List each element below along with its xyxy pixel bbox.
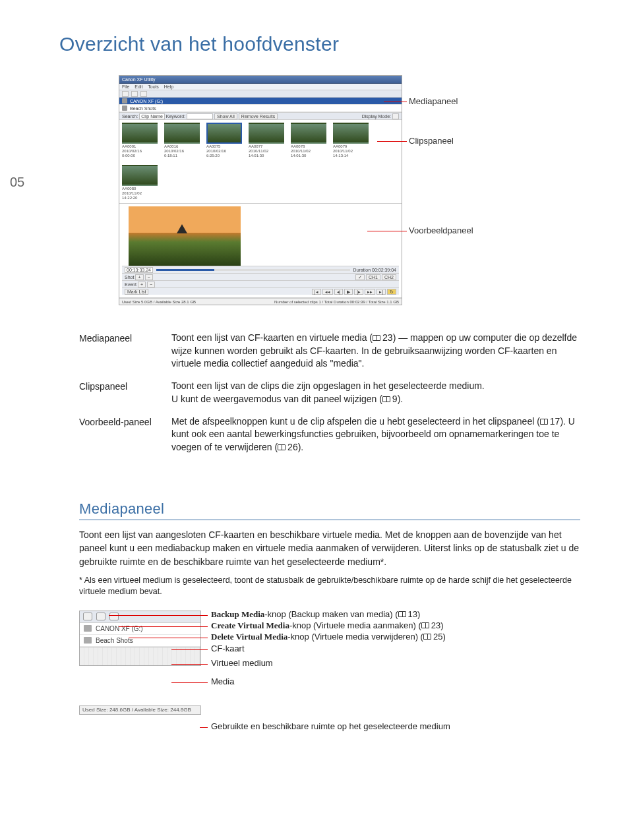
loop-button[interactable]: ↻	[387, 289, 396, 295]
clip-thumb[interactable]: AA00162010/02/160:18:11	[164, 123, 200, 158]
term-clipspaneel: Clipspaneel	[79, 380, 171, 405]
scrub-bar[interactable]	[156, 269, 350, 271]
definitions-table: Mediapaneel Toont een lijst van CF-kaart…	[79, 332, 580, 454]
media-row-vm[interactable]: Beach Shots	[80, 635, 200, 647]
callout-delete-button: Delete Virtual Media-knop (Virtuele medi…	[211, 632, 446, 642]
media-row-cf[interactable]: CANON XF (G:)	[80, 623, 200, 635]
timecode-bar: 00:13:33.24 Duration 00:02:39:04	[122, 266, 399, 273]
media-item-cf[interactable]: CANON XF (G:)	[119, 98, 402, 105]
display-mode-button[interactable]	[392, 113, 399, 119]
book-icon	[398, 611, 406, 617]
status-left: Used Size 5.0GB / Available Size 28.1 GB	[122, 300, 196, 304]
book-ref: 26	[278, 441, 298, 454]
ch1-toggle[interactable]: CH1	[366, 274, 380, 280]
callout-status: Gebruikte en beschikbare ruimte op het g…	[211, 721, 450, 731]
timecode-display: 00:13:33.24	[125, 267, 153, 273]
duration-label: Duration 00:02:39:04	[353, 268, 396, 272]
event-add[interactable]: +	[138, 282, 146, 287]
def-clipspaneel: Toont een lijst van de clips die zijn op…	[171, 380, 580, 405]
page-title: Overzicht van het hoofdvenster	[59, 33, 580, 55]
skip-end-button[interactable]: ▸|	[377, 289, 386, 295]
callout-clipspaneel: Clipspaneel	[409, 136, 454, 146]
status-right: Number of selected clips 1 / Total Durat…	[274, 300, 399, 304]
definition-row: Voorbeeld-paneel Met de afspeelknoppen k…	[79, 415, 580, 454]
book-icon	[373, 335, 380, 341]
backup-media-button[interactable]	[83, 613, 92, 620]
cf-card-icon	[122, 98, 127, 104]
ch2-toggle[interactable]: CH2	[382, 274, 396, 280]
delete-vm-button[interactable]	[140, 91, 147, 97]
media-item-vm[interactable]: Beach Shots	[119, 105, 402, 112]
search-toolbar: Search: Clip Name Keyword: Show All Remo…	[119, 113, 402, 120]
book-icon	[382, 396, 390, 402]
backup-media-button[interactable]	[122, 91, 129, 97]
clip-thumb[interactable]: AA00752010/02/166:25:20	[206, 123, 242, 158]
skip-start-button[interactable]: |◂	[312, 289, 321, 295]
media-panel-closeup: CANON XF (G:) Beach Shots	[79, 611, 201, 666]
app-window: Canon XF Utility File Edit Tools Help CA…	[119, 75, 402, 305]
virtual-media-icon	[84, 637, 92, 644]
rewind-button[interactable]: ◂◂	[322, 289, 333, 295]
ok-mark-button[interactable]: ✓	[355, 274, 365, 280]
virtual-media-icon	[122, 105, 127, 111]
section-body: Toont een lijst van aangesloten CF-kaart…	[79, 528, 580, 568]
book-ref: 23	[373, 332, 393, 345]
keyword-input[interactable]	[187, 113, 213, 119]
marker-row: Shot+− ✓ CH1 CH2	[122, 273, 399, 280]
clip-thumb[interactable]: AA00792010/11/0214:13:14	[333, 123, 369, 158]
step-back-button[interactable]: ◂|	[334, 289, 344, 295]
callout-cf-kaart: CF-kaart	[211, 644, 245, 653]
preview-panel: 00:13:33.24 Duration 00:02:39:04 Shot+− …	[119, 204, 402, 298]
event-row: Event+−	[122, 280, 399, 287]
show-all-button[interactable]: Show All	[214, 113, 237, 119]
media-list: CANON XF (G:) Beach Shots	[119, 98, 402, 113]
step-fwd-button[interactable]: |▸	[354, 289, 363, 295]
event-del[interactable]: −	[147, 282, 155, 287]
menu-tools[interactable]: Tools	[148, 84, 158, 89]
menu-help[interactable]: Help	[164, 84, 173, 89]
menu-file[interactable]: File	[122, 84, 129, 89]
clip-thumb[interactable]: AA00012010/02/160:00:00	[122, 123, 158, 158]
menubar: File Edit Tools Help	[119, 84, 402, 90]
book-icon	[421, 622, 429, 628]
definition-row: Mediapaneel Toont een lijst van CF-kaart…	[79, 332, 580, 371]
ffwd-button[interactable]: ▸▸	[365, 289, 375, 295]
callout-voorbeeldpaneel: Voorbeeldpaneel	[409, 225, 473, 235]
window-titlebar: Canon XF Utility	[119, 76, 402, 84]
book-ref: 23	[421, 620, 440, 630]
menu-edit[interactable]: Edit	[135, 84, 142, 89]
shot-del[interactable]: −	[145, 274, 153, 280]
mark-list-button[interactable]: Mark List	[125, 289, 148, 295]
book-ref: 17	[540, 415, 560, 429]
cf-card-icon	[84, 625, 92, 632]
term-voorbeeldpaneel: Voorbeeld-paneel	[79, 415, 171, 454]
clip-thumb[interactable]: AA00772010/11/0214:01:30	[249, 123, 284, 158]
create-vm-button[interactable]	[96, 613, 106, 620]
page-number: 05	[10, 175, 24, 190]
media-toolbar	[119, 90, 402, 98]
callout-create-button: Create Virtual Media-knop (Virtuele medi…	[211, 620, 444, 631]
search-field-select[interactable]: Clip Name	[139, 113, 165, 119]
book-ref: 9	[382, 393, 398, 406]
clip-thumb[interactable]: AA00802010/11/0214:22:20	[122, 165, 158, 200]
book-icon	[278, 444, 286, 450]
callout-mediapaneel: Mediapaneel	[409, 96, 458, 106]
callout-backup-button: Backup Media-knop (Backup maken van medi…	[211, 609, 420, 620]
media-detail-figure: CANON XF (G:) Beach Shots Used Size: 248…	[79, 611, 580, 715]
play-button[interactable]: ▶	[344, 289, 353, 295]
delete-vm-button[interactable]	[109, 613, 119, 620]
definition-row: Clipspaneel Toont een lijst van de clips…	[79, 380, 580, 405]
media-panel-toolbar	[80, 611, 200, 623]
section-heading-mediapaneel: Mediapaneel	[79, 500, 580, 520]
preview-image	[129, 206, 241, 266]
shot-add[interactable]: +	[135, 274, 143, 280]
book-icon	[423, 634, 431, 640]
callout-media: Media	[211, 676, 234, 686]
book-ref: 25	[423, 632, 442, 642]
clip-thumb[interactable]: AA00782010/11/0214:01:30	[291, 123, 326, 158]
remove-results-button[interactable]: Remove Results	[239, 113, 278, 119]
create-vm-button[interactable]	[131, 91, 138, 97]
clips-grid: AA00012010/02/160:00:00 AA00162010/02/16…	[119, 120, 402, 204]
book-icon	[540, 419, 548, 425]
section-footnote: * Als een virtueel medium is geselecteer…	[79, 575, 580, 597]
